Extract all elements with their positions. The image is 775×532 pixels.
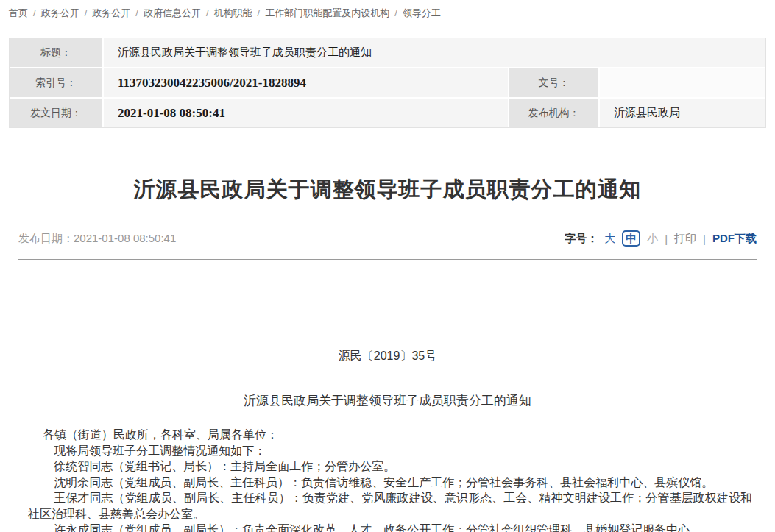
breadcrumb-separator: /	[33, 7, 36, 18]
breadcrumb: 首页/政务公开/政务公开/政府信息公开/机构职能/工作部门职能配置及内设机构/领…	[0, 0, 775, 29]
breadcrumb-separator: /	[206, 7, 209, 18]
paragraph-wang-baocai: 王保才同志（党组成员、副局长、主任科员）：负责党建、党风廉政建设、意识形态、工会…	[28, 490, 752, 522]
breadcrumb-item-functions[interactable]: 机构职能	[214, 7, 252, 18]
publish-date: 发布日期：2021-01-08 08:50:41	[18, 232, 176, 246]
font-size-small-button[interactable]: 小	[647, 232, 658, 246]
doc-reference-number: 源民〔2019〕35号	[0, 349, 775, 364]
page-title: 沂源县民政局关于调整领导班子成员职责分工的通知	[15, 175, 760, 205]
content-divider	[18, 259, 757, 260]
font-size-large-button[interactable]: 大	[604, 232, 615, 246]
agency-value: 沂源县民政局	[600, 99, 765, 127]
breadcrumb-separator: /	[258, 7, 261, 18]
paragraph-salutation: 各镇（街道）民政所，各科室、局属各单位：	[28, 427, 752, 443]
breadcrumb-item-dept-config[interactable]: 工作部门职能配置及内设机构	[265, 7, 389, 18]
doc-number-label: 文号：	[509, 68, 598, 97]
breadcrumb-divider	[9, 29, 766, 29]
index-number-value: 113703230042235006/2021-1828894	[104, 68, 508, 97]
font-size-label: 字号：	[565, 232, 598, 246]
breadcrumb-separator: /	[394, 7, 397, 18]
breadcrumb-separator: /	[85, 7, 88, 18]
breadcrumb-item-gov-info[interactable]: 政府信息公开	[144, 7, 201, 18]
breadcrumb-item-leadership[interactable]: 领导分工	[403, 7, 441, 18]
print-button[interactable]: 打印	[674, 232, 696, 246]
meta-table: 标题： 沂源县民政局关于调整领导班子成员职责分工的通知 索引号： 1137032…	[9, 38, 766, 128]
pdf-download-button[interactable]: PDF下载	[712, 232, 757, 246]
paragraph-intro: 现将局领导班子分工调整情况通知如下：	[28, 443, 752, 459]
breadcrumb-item-open-gov-1[interactable]: 政务公开	[41, 7, 79, 18]
doc-number-value	[600, 68, 765, 97]
doc-body-title: 沂源县民政局关于调整领导班子成员职责分工的通知	[0, 392, 775, 409]
index-number-label: 索引号：	[10, 68, 102, 97]
issue-date-value: 2021-01-08 08:50:41	[104, 99, 508, 127]
breadcrumb-item-home[interactable]: 首页	[9, 7, 28, 18]
pipe-divider: |	[665, 233, 668, 245]
paragraph-shen-mingyu: 沈明余同志（党组成员、副局长、主任科员）：负责信访维稳、安全生产工作；分管社会事…	[28, 475, 752, 491]
breadcrumb-separator: /	[135, 7, 138, 18]
title-label: 标题：	[10, 38, 102, 67]
issue-date-label: 发文日期：	[10, 99, 102, 127]
tools-row: 发布日期：2021-01-08 08:50:41 字号： 大 中 小 | 打印 …	[18, 230, 757, 247]
title-value: 沂源县民政局关于调整领导班子成员职责分工的通知	[104, 38, 765, 67]
paragraph-xu-yongcheng: 许永成同志（党组成员、副局长）：负责全面深化改革、人才、政务公开工作；分管社会组…	[28, 522, 752, 532]
paragraph-xu-tongzhi: 徐统智同志（党组书记、局长）：主持局全面工作；分管办公室。	[28, 458, 752, 475]
tools-right: 字号： 大 中 小 | 打印 | PDF下载	[565, 230, 757, 247]
font-size-medium-button[interactable]: 中	[622, 230, 640, 247]
breadcrumb-item-open-gov-2[interactable]: 政务公开	[92, 7, 130, 18]
doc-content: 各镇（街道）民政所，各科室、局属各单位： 现将局领导班子分工调整情况通知如下： …	[28, 427, 752, 532]
pipe-divider: |	[703, 233, 706, 245]
agency-label: 发布机构：	[509, 99, 598, 127]
